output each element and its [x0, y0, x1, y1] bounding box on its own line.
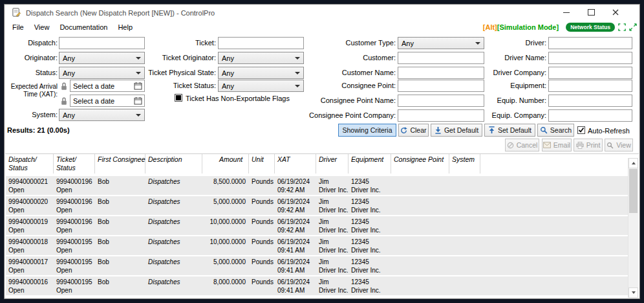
xat-to-datepicker[interactable]: Select a date [70, 95, 145, 107]
column-header-system[interactable]: System [449, 154, 480, 174]
menu-view[interactable]: View [29, 21, 55, 33]
lock-icon[interactable] [60, 82, 68, 91]
triangle-up-icon [632, 162, 636, 164]
consignee-point-company-label: Consignee Point Company: [276, 111, 396, 120]
close-icon [612, 9, 619, 16]
scrollbar-thumb[interactable] [629, 169, 638, 213]
minimize-button[interactable] [562, 8, 571, 17]
triangle-down-icon [632, 291, 636, 294]
maximize-button[interactable] [586, 8, 596, 17]
ticket-status-value: Any [222, 82, 234, 90]
status-value: Any [63, 69, 75, 77]
table-row[interactable]: 99940000020Open 9994000196Open Bob Dispa… [6, 196, 628, 215]
table-row[interactable]: 99940000021Open 9994000196Open Bob Dispa… [6, 176, 628, 195]
driver-input[interactable] [548, 37, 632, 49]
maximize-icon [588, 9, 595, 16]
calendar-icon[interactable] [134, 96, 142, 105]
column-header-consignee-point[interactable]: Consignee Point [391, 154, 449, 174]
app-window: Dispatch Search (New Dispatch Report [NE… [4, 4, 640, 299]
menu-documentation[interactable]: Documentation [54, 21, 113, 33]
view-button[interactable]: View [605, 139, 633, 152]
equipment-input[interactable] [548, 80, 632, 92]
ticket-status-label: Ticket Status: [102, 82, 216, 90]
print-icon [576, 142, 584, 149]
get-default-button[interactable]: Get Default [431, 124, 482, 137]
search-icon [540, 126, 548, 134]
expand-icon[interactable] [629, 23, 637, 31]
dispatch-label: Dispatch: [5, 39, 58, 47]
window-title: Dispatch Search (New Dispatch Report [NE… [26, 9, 215, 17]
fullscreen-icon[interactable] [618, 23, 626, 31]
column-header-ticket[interactable]: Ticket/Status [54, 154, 95, 174]
simulation-mode-indicator: [Simulation Mode] [497, 23, 559, 31]
system-select[interactable]: Any [59, 109, 145, 121]
print-button[interactable]: Print [574, 139, 603, 152]
scroll-down-button[interactable] [628, 287, 638, 298]
column-header-amount[interactable]: Amount [202, 154, 249, 174]
chevron-down-icon [136, 114, 141, 117]
ticket-originator-value: Any [222, 54, 234, 62]
menu-bar: File View Documentation Help [Alt] [Simu… [5, 21, 639, 34]
table-row[interactable]: 99940000018Open 9994000195Open Bob Dispa… [6, 236, 628, 255]
consignee-point-name-label: Consignee Point Name: [276, 96, 396, 105]
xat-label: Expected Arrival Time (XAT): [5, 83, 58, 98]
column-header-dispatch[interactable]: Dispatch/Status [6, 154, 54, 174]
auto-refresh-label: Auto-Refresh [588, 127, 630, 135]
column-header-description[interactable]: Description [145, 154, 202, 174]
table-row[interactable]: 99940000019Open 9994000196Open Bob Dispa… [6, 216, 628, 235]
table-row[interactable]: 99940000017Open 9994000195Open Bob Dispa… [6, 256, 628, 275]
email-button[interactable]: Email [542, 139, 572, 152]
title-bar[interactable]: Dispatch Search (New Dispatch Report [NE… [5, 5, 639, 21]
clear-button[interactable]: Clear [398, 124, 429, 137]
driver-name-input[interactable] [548, 52, 632, 64]
email-icon [543, 142, 551, 148]
equip-number-input[interactable] [548, 95, 632, 107]
menu-file[interactable]: File [7, 21, 29, 33]
xat-to-placeholder: Select a date [73, 97, 114, 105]
equip-number-label: Equip. Number: [444, 96, 546, 105]
network-status-badge[interactable]: Network Status [566, 23, 615, 32]
customer-label: Customer: [276, 54, 396, 62]
set-default-icon [488, 126, 495, 134]
indeterminate-mark-icon [176, 95, 181, 100]
system-label: System: [5, 111, 58, 119]
driver-company-label: Driver Company: [444, 69, 546, 77]
table-row[interactable]: 99940000016Open 9994000195Open Bob Dispa… [6, 276, 628, 295]
close-button[interactable] [611, 8, 620, 17]
ticket-flags-checkbox[interactable] [175, 94, 182, 102]
menu-help[interactable]: Help [113, 21, 138, 33]
equip-company-label: Equip. Company: [444, 111, 546, 120]
column-header-first-consignee[interactable]: First Consignee [95, 154, 145, 174]
column-header-xat[interactable]: XAT [275, 154, 316, 174]
cancel-button[interactable]: Cancel [505, 139, 539, 152]
ticket-physical-state-value: Any [222, 69, 234, 77]
auto-refresh-checkbox[interactable] [577, 126, 585, 134]
lock-icon[interactable] [60, 96, 68, 106]
equip-company-input[interactable] [548, 109, 632, 122]
scroll-up-button[interactable] [628, 158, 638, 168]
get-default-icon [435, 126, 442, 134]
status-label: Status: [5, 69, 58, 77]
ticket-physical-state-label: Ticket Physical State: [102, 69, 216, 77]
column-header-driver[interactable]: Driver [316, 154, 349, 174]
originator-value: Any [63, 54, 75, 62]
cancel-icon [507, 142, 514, 149]
vertical-scrollbar[interactable] [628, 158, 638, 298]
customer-name-label: Customer Name: [276, 69, 396, 77]
consignee-point-label: Consignee Point: [276, 82, 396, 90]
minimize-icon [563, 12, 570, 13]
column-header-equipment[interactable]: Equipment [349, 154, 391, 174]
driver-label: Driver: [444, 39, 546, 47]
customer-type-value: Any [402, 39, 414, 47]
results-table: Dispatch/Status Ticket/Status First Cons… [5, 153, 639, 298]
showing-criteria-button[interactable]: Showing Criteria [338, 124, 396, 137]
driver-company-input[interactable] [548, 67, 632, 79]
set-default-button[interactable]: Set Default [484, 124, 535, 137]
originator-label: Originator: [5, 54, 58, 62]
column-header-unit[interactable]: Unit [249, 154, 275, 174]
search-button[interactable]: Search [537, 124, 574, 137]
results-count: Results: 21 (0.00s) [7, 126, 70, 134]
ticket-label: Ticket: [102, 39, 216, 47]
table-header-row: Dispatch/Status Ticket/Status First Cons… [6, 154, 628, 174]
app-icon [12, 8, 21, 17]
